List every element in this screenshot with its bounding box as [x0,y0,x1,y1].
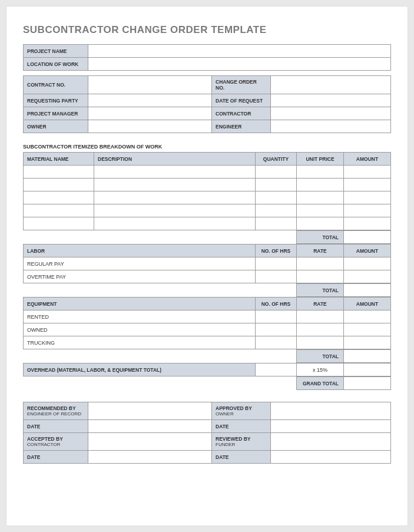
label-date-2: DATE [212,420,271,433]
table-row [24,191,391,204]
labor-total-row: TOTAL [23,283,391,297]
header-equip-hrs: NO. OF HRS [256,298,297,310]
label-trucking: TRUCKING [24,336,256,349]
field-grand-total[interactable] [344,377,391,390]
equipment-total-row: TOTAL [23,349,391,363]
grand-total-row: GRAND TOTAL [23,376,391,390]
field-project-name[interactable] [88,45,391,58]
table-row: OVERTIME PAY [24,270,391,283]
label-owner: OWNER [24,120,88,133]
label-grand-total: GRAND TOTAL [297,377,344,390]
header-equipment: EQUIPMENT [24,298,256,310]
label-overtime-pay: OVERTIME PAY [24,270,256,283]
field-accepted-by[interactable] [88,433,212,451]
project-info-table: PROJECT NAME LOCATION OF WORK [23,44,391,71]
field-date-3[interactable] [88,451,212,464]
field-requesting-party[interactable] [88,94,212,107]
label-overhead: OVERHEAD (MATERIAL, LABOR, & EQUIPMENT T… [24,364,256,376]
field-reviewed-by[interactable] [271,433,391,451]
table-row: TRUCKING [24,336,391,349]
field-material-total[interactable] [344,231,391,244]
table-row: REGULAR PAY [24,257,391,270]
label-change-order-no: CHANGE ORDER NO. [212,76,271,94]
field-date-4[interactable] [271,451,391,464]
header-material-name: MATERIAL NAME [24,153,94,166]
label-reviewed-by: REVIEWED BYFUNDER [212,433,271,451]
label-rented: RENTED [24,310,256,323]
table-row: OWNED [24,323,391,336]
label-location: LOCATION OF WORK [24,58,88,71]
field-contract-no[interactable] [88,76,212,94]
signatures-table: RECOMMENDED BYENGINEER OF RECORD APPROVE… [23,402,391,464]
table-row: RENTED [24,310,391,323]
header-amount: AMOUNT [344,153,391,166]
field-overhead-amount[interactable] [344,364,391,376]
overhead-table: OVERHEAD (MATERIAL, LABOR, & EQUIPMENT T… [23,363,391,376]
field-overhead-blank[interactable] [256,364,297,376]
label-owned: OWNED [24,323,256,336]
label-date-of-request: DATE OF REQUEST [212,94,271,107]
material-table: MATERIAL NAME DESCRIPTION QUANTITY UNIT … [23,152,391,230]
equipment-table: EQUIPMENT NO. OF HRS RATE AMOUNT RENTED … [23,297,391,349]
breakdown-title: SUBCONTRACTOR ITEMIZED BREAKDOWN OF WORK [23,144,391,150]
field-date-of-request[interactable] [271,94,391,107]
label-equip-total: TOTAL [297,350,344,363]
label-approved-by: APPROVED BYOWNER [212,402,271,420]
table-row [24,217,391,230]
label-labor-total: TOTAL [297,284,344,297]
label-project-name: PROJECT NAME [24,45,88,58]
table-row [24,204,391,217]
header-equip-rate: RATE [297,298,344,310]
header-labor: LABOR [24,244,256,257]
field-date-1[interactable] [88,420,212,433]
material-total-row: TOTAL [23,230,391,244]
label-material-total: TOTAL [297,231,344,244]
label-regular-pay: REGULAR PAY [24,257,256,270]
label-date-3: DATE [24,451,88,464]
field-recommended-by[interactable] [88,402,212,420]
header-labor-rate: RATE [297,244,344,257]
field-labor-total[interactable] [344,284,391,297]
table-row [24,166,391,179]
label-accepted-by: ACCEPTED BYCONTRACTOR [24,433,88,451]
field-contractor[interactable] [271,107,391,120]
field-approved-by[interactable] [271,402,391,420]
label-contract-no: CONTRACT NO. [24,76,88,94]
label-contractor: CONTRACTOR [212,107,271,120]
field-change-order-no[interactable] [271,76,391,94]
label-recommended-by: RECOMMENDED BYENGINEER OF RECORD [24,402,88,420]
project-details-table: CONTRACT NO. CHANGE ORDER NO. REQUESTING… [23,75,391,133]
field-owner[interactable] [88,120,212,133]
field-equip-total[interactable] [344,350,391,363]
label-date-1: DATE [24,420,88,433]
label-overhead-pct: x 15% [297,364,344,376]
page-title: SUBCONTRACTOR CHANGE ORDER TEMPLATE [23,24,391,36]
label-engineer: ENGINEER [212,120,271,133]
field-location[interactable] [88,58,391,71]
label-project-manager: PROJECT MANAGER [24,107,88,120]
document-page: SUBCONTRACTOR CHANGE ORDER TEMPLATE PROJ… [6,6,408,526]
header-labor-hrs: NO. OF HRS [256,244,297,257]
field-project-manager[interactable] [88,107,212,120]
header-description: DESCRIPTION [94,153,256,166]
labor-table: LABOR NO. OF HRS RATE AMOUNT REGULAR PAY… [23,244,391,283]
table-row [24,179,391,191]
header-quantity: QUANTITY [256,153,297,166]
label-date-4: DATE [212,451,271,464]
label-requesting-party: REQUESTING PARTY [24,94,88,107]
field-date-2[interactable] [271,420,391,433]
header-unit-price: UNIT PRICE [297,153,344,166]
header-labor-amount: AMOUNT [344,244,391,257]
field-engineer[interactable] [271,120,391,133]
header-equip-amount: AMOUNT [344,298,391,310]
